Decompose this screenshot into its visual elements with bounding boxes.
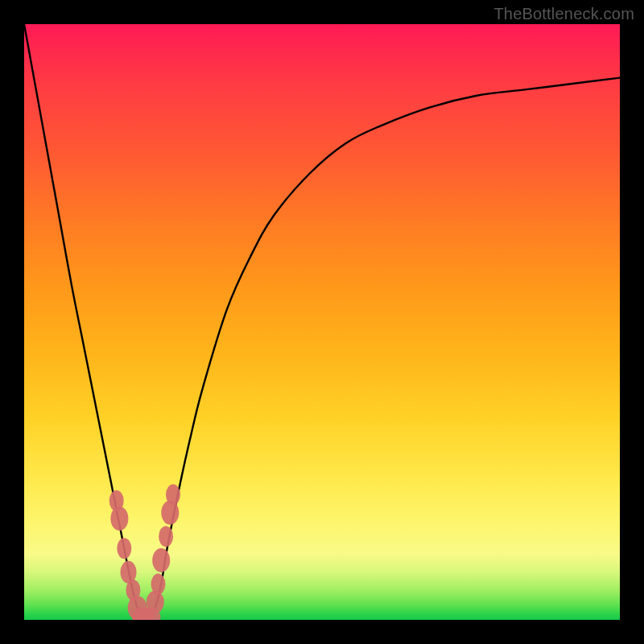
highlight-point [110, 506, 128, 530]
highlight-point [152, 548, 170, 572]
watermark-text: TheBottleneck.com [493, 5, 634, 23]
highlight-point [166, 485, 180, 506]
plot-area [24, 24, 620, 620]
highlight-markers [109, 485, 180, 620]
highlight-point [151, 574, 166, 595]
bottleneck-curve [24, 24, 620, 620]
highlight-point [117, 538, 131, 559]
chart-frame: TheBottleneck.com [0, 0, 644, 644]
chart-svg [24, 24, 620, 620]
highlight-point [147, 591, 164, 613]
highlight-point [159, 526, 173, 547]
